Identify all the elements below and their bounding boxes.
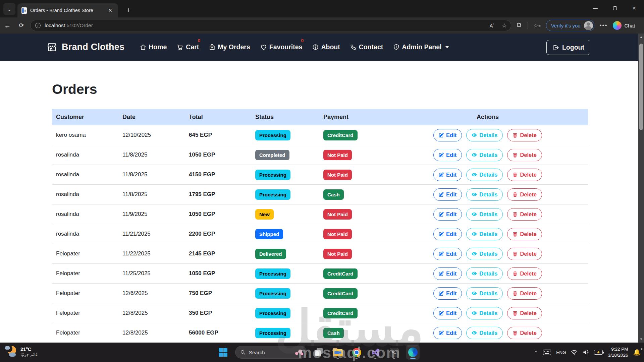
- task-view-button[interactable]: [312, 345, 326, 360]
- details-button[interactable]: Details: [466, 169, 503, 181]
- eye-icon: [472, 212, 477, 217]
- nav-item-contact[interactable]: Contact: [350, 43, 383, 51]
- cell-customer: rosalinda: [52, 211, 118, 218]
- edit-button[interactable]: Edit: [433, 327, 462, 339]
- touch-keyboard-icon[interactable]: [543, 350, 551, 355]
- terminal-button[interactable]: >_: [387, 345, 401, 360]
- favorite-star-icon[interactable]: ☆: [502, 22, 507, 29]
- weather-widget[interactable]: 21°C غائم جزئيًا: [5, 345, 38, 358]
- page-title: Orders: [52, 81, 97, 97]
- delete-button[interactable]: Delete: [507, 307, 542, 319]
- taskbar-clock[interactable]: 9:22 PM 3/18/2026: [608, 346, 628, 358]
- nav-item-my-orders[interactable]: My Orders: [209, 43, 250, 51]
- refresh-icon[interactable]: ⟳: [15, 22, 28, 29]
- notification-bell-icon[interactable]: 🔔ᶻ: [633, 349, 641, 356]
- details-button[interactable]: Details: [466, 267, 503, 280]
- edit-button[interactable]: Edit: [433, 287, 462, 300]
- extensions-puzzle-icon[interactable]: [516, 22, 522, 29]
- file-explorer-button[interactable]: [331, 345, 344, 360]
- delete-button[interactable]: Delete: [507, 169, 542, 181]
- delete-button[interactable]: Delete: [507, 208, 542, 221]
- edit-pencil-icon: [439, 311, 444, 316]
- edit-button[interactable]: Edit: [433, 208, 462, 221]
- system-tray: ⌃ ENG ⚡ 9:22 PM 3/18/2026 🔔ᶻ: [534, 343, 641, 362]
- close-button[interactable]: ✕: [625, 0, 644, 16]
- nav-item-about[interactable]: About: [312, 43, 340, 51]
- collections-star-icon[interactable]: ☆≡: [533, 22, 541, 29]
- scroll-up-icon[interactable]: ▲: [638, 35, 644, 39]
- cell-total: 1795 EGP: [185, 191, 251, 198]
- battery-charging-icon[interactable]: ⚡: [594, 350, 603, 355]
- delete-button[interactable]: Delete: [507, 267, 542, 280]
- edit-button[interactable]: Edit: [433, 228, 462, 240]
- details-button[interactable]: Details: [466, 248, 503, 260]
- delete-button[interactable]: Delete: [507, 248, 542, 260]
- edit-pencil-icon: [439, 232, 444, 237]
- copilot-chat-button[interactable]: Chat: [613, 21, 638, 30]
- logout-icon: [552, 44, 559, 51]
- table-row: Felopater 11/25/2025 1050 EGP Processing…: [52, 263, 588, 283]
- delete-button[interactable]: Delete: [507, 129, 542, 141]
- edge-button[interactable]: [406, 345, 420, 360]
- details-button[interactable]: Details: [466, 327, 503, 339]
- cell-actions: Edit Details Delete: [387, 327, 588, 339]
- tray-chevron-icon[interactable]: ⌃: [534, 350, 538, 355]
- details-button[interactable]: Details: [466, 228, 503, 240]
- chrome-button[interactable]: [350, 345, 363, 360]
- nav-item-favourites[interactable]: 0 Favourites: [260, 43, 303, 51]
- cell-actions: Edit Details Delete: [387, 307, 588, 319]
- maximize-button[interactable]: [605, 0, 625, 16]
- delete-button[interactable]: Delete: [507, 149, 542, 161]
- visual-studio-button[interactable]: [369, 345, 382, 360]
- logout-button[interactable]: Logout: [546, 40, 590, 55]
- nav-item-cart[interactable]: 0 Cart: [177, 43, 199, 51]
- edit-button[interactable]: Edit: [433, 169, 462, 181]
- edit-button[interactable]: Edit: [433, 149, 462, 161]
- edit-button[interactable]: Edit: [433, 129, 462, 141]
- minimize-button[interactable]: —: [586, 0, 605, 16]
- edit-button[interactable]: Edit: [433, 267, 462, 280]
- details-button[interactable]: Details: [466, 307, 503, 319]
- tab-title: Orders - Brand Clothes Store: [30, 8, 104, 13]
- settings-more-icon[interactable]: •••: [600, 22, 608, 29]
- verify-identity-button[interactable]: Verify it's you: [546, 20, 594, 31]
- brand-logo[interactable]: Brand Clothes: [46, 42, 124, 53]
- details-button[interactable]: Details: [466, 208, 503, 221]
- scroll-down-icon[interactable]: ▼: [638, 338, 644, 341]
- edit-button[interactable]: Edit: [433, 188, 462, 201]
- edit-button[interactable]: Edit: [433, 307, 462, 319]
- nav-item-admin-panel[interactable]: Admin Panel: [393, 43, 449, 51]
- tab-strip: ⌄ Orders - Brand Clothes Store ✕ + — ✕: [0, 0, 644, 17]
- delete-button[interactable]: Delete: [507, 287, 542, 300]
- details-button[interactable]: Details: [466, 129, 503, 141]
- delete-button[interactable]: Delete: [507, 228, 542, 240]
- site-navbar: Brand Clothes Home 0 Cart My Orders 0 Fa…: [0, 34, 644, 61]
- delete-button[interactable]: Delete: [507, 188, 542, 201]
- delete-button[interactable]: Delete: [507, 327, 542, 339]
- edit-button[interactable]: Edit: [433, 248, 462, 260]
- new-tab-button[interactable]: +: [123, 5, 133, 15]
- back-icon[interactable]: ←: [0, 22, 15, 29]
- trash-icon: [513, 311, 518, 316]
- taskbar-search[interactable]: Search: [235, 346, 307, 359]
- page-scrollbar[interactable]: ▲ ▼: [638, 34, 644, 343]
- address-bar[interactable]: i localhost:5102/Order A⁾ ☆: [30, 20, 511, 31]
- language-indicator[interactable]: ENG: [556, 350, 566, 355]
- cell-actions: Edit Details Delete: [387, 129, 588, 141]
- start-button[interactable]: [216, 345, 230, 360]
- tab-close-icon[interactable]: ✕: [106, 7, 114, 14]
- details-button[interactable]: Details: [466, 287, 503, 300]
- browser-tab[interactable]: Orders - Brand Clothes Store ✕: [17, 3, 118, 17]
- volume-icon[interactable]: [583, 350, 589, 355]
- tab-search-chevron-icon[interactable]: ⌄: [3, 3, 15, 15]
- edit-pencil-icon: [439, 330, 444, 336]
- site-info-icon[interactable]: i: [35, 23, 41, 28]
- read-aloud-icon[interactable]: A⁾: [490, 23, 494, 28]
- table-row: Felopater 12/8/2025 56000 EGP Processing…: [52, 323, 588, 343]
- nav-item-home[interactable]: Home: [140, 43, 167, 51]
- cell-actions: Edit Details Delete: [387, 228, 588, 240]
- details-button[interactable]: Details: [466, 149, 503, 161]
- details-button[interactable]: Details: [466, 188, 503, 201]
- wifi-icon[interactable]: [571, 350, 578, 355]
- scrollbar-thumb[interactable]: [639, 44, 643, 130]
